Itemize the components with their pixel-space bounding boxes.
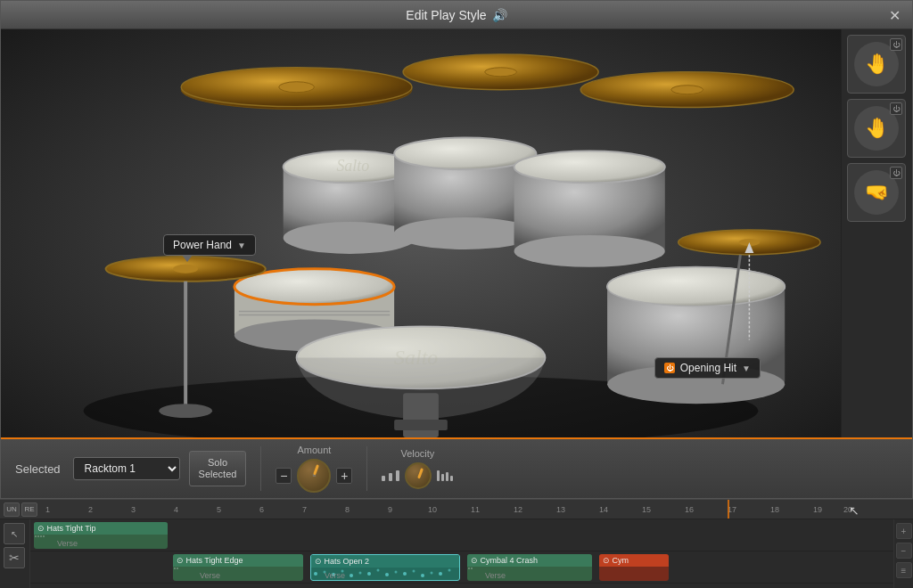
- svg-point-51: [367, 572, 371, 576]
- verse-label-1: Verse: [57, 539, 78, 548]
- undo-button[interactable]: UN: [4, 502, 20, 517]
- opening-hit-label: Opening Hit: [680, 362, 736, 374]
- amount-knob[interactable]: ≡: [297, 459, 331, 493]
- svg-point-3: [279, 82, 315, 93]
- close-button[interactable]: ✕: [885, 6, 903, 24]
- svg-point-59: [439, 572, 442, 576]
- svg-point-55: [403, 572, 407, 576]
- zoom-out-button[interactable]: −: [896, 543, 912, 559]
- instrument-thumb-2[interactable]: ⏻ 🤚: [847, 99, 906, 158]
- verse-label-2: Verse: [200, 571, 220, 580]
- redo-button[interactable]: RE: [21, 502, 37, 517]
- tracks-area: ↖ ✂ ⊙ Hats Tight Tip Verse: [0, 519, 913, 588]
- track-name-hats-tight-edge: ⊙ Hats Tight Edge: [177, 556, 243, 565]
- track-block-hats-tight-edge[interactable]: ⊙ Hats Tight Edge: [173, 554, 303, 581]
- selected-label: Selected: [15, 462, 61, 476]
- track-controls: ↖ ✂: [0, 519, 30, 588]
- velocity-knob-row: [382, 462, 453, 489]
- svg-point-49: [350, 574, 353, 577]
- drum-area: Salto: [1, 29, 841, 437]
- thumb-2-power[interactable]: ⏻: [890, 102, 902, 115]
- svg-text:Salto: Salto: [394, 346, 438, 369]
- track-lane-row2: ⊙ Hats Tight Edge Verse ⊙ Hats Open 2: [30, 551, 893, 584]
- svg-point-56: [413, 570, 415, 573]
- svg-point-30: [159, 404, 212, 418]
- svg-point-52: [377, 569, 380, 572]
- svg-point-20: [514, 151, 665, 183]
- thumb-3-power[interactable]: ⏻: [890, 167, 902, 179]
- draw-tool-button[interactable]: ✂: [4, 547, 25, 568]
- svg-point-50: [359, 572, 362, 575]
- title-bar: Edit Play Style 🔊 ✕: [1, 1, 912, 29]
- side-tools: + − ≡: [893, 519, 913, 588]
- zoom-in-button[interactable]: +: [896, 523, 912, 539]
- amount-label: Amount: [297, 445, 331, 455]
- amount-knob-row: − ≡ +: [276, 459, 352, 493]
- velocity-label: Velocity: [400, 448, 434, 459]
- divider-2: [366, 446, 367, 491]
- timeline-ruler: UN RE 1 2 3 4 5 6 7 8 9 10 11 12 13 14 1…: [0, 500, 913, 519]
- speaker-icon: 🔊: [492, 8, 507, 22]
- right-panel: ⏻ 🤚 ⏻ 🤚 ⏻ 🤜: [841, 29, 912, 437]
- instrument-thumb-3[interactable]: ⏻ 🤜: [847, 163, 906, 222]
- track-name-cymbal-crash: ⊙ Cymbal 4 Crash: [471, 556, 538, 565]
- svg-point-7: [671, 86, 703, 94]
- track-block-cym[interactable]: ⊙ Cym: [599, 554, 669, 581]
- dialog-title: Edit Play Style: [406, 8, 486, 22]
- track-name-cym: ⊙ Cym: [603, 556, 629, 565]
- edit-play-style-dialog: Edit Play Style 🔊 ✕: [0, 0, 913, 499]
- solo-line1: Solo: [208, 457, 227, 468]
- svg-point-28: [173, 265, 198, 274]
- svg-point-60: [448, 569, 451, 572]
- opening-hit-popup[interactable]: ⏻ Opening Hit ▼: [654, 357, 761, 379]
- selected-dropdown[interactable]: Racktom 1 Racktom 2 Snare Hi-Hat Kick: [73, 457, 180, 480]
- velocity-section: Velocity: [382, 448, 453, 489]
- solo-selected-button[interactable]: Solo Selected: [189, 451, 247, 486]
- opening-hit-power[interactable]: ⏻: [664, 363, 675, 373]
- controls-bar: Selected Racktom 1 Racktom 2 Snare Hi-Ha…: [1, 437, 912, 498]
- thumb-1-power[interactable]: ⏻: [890, 38, 902, 51]
- velocity-bars-icon: [382, 470, 399, 481]
- instrument-thumb-1[interactable]: ⏻ 🤚: [847, 35, 906, 94]
- ruler-marks: 1 2 3 4 5 6 7 8 9 10 11 12 13 14 15 16 1…: [41, 500, 913, 519]
- svg-point-53: [385, 573, 389, 576]
- select-tool-button[interactable]: ↖: [4, 523, 25, 544]
- track-lane-hats-tight-tip: ⊙ Hats Tight Tip Verse: [30, 519, 893, 551]
- verse-label-3: Verse: [325, 571, 345, 580]
- track-block-hats-tight-tip[interactable]: ⊙ Hats Tight Tip: [34, 522, 168, 549]
- menu-button[interactable]: ≡: [896, 562, 912, 578]
- svg-point-19: [514, 235, 665, 267]
- svg-point-54: [395, 571, 398, 574]
- svg-point-45: [314, 572, 317, 576]
- svg-point-57: [421, 574, 424, 577]
- ruler-controls: UN RE: [0, 502, 41, 517]
- velocity-knob[interactable]: [405, 462, 432, 489]
- svg-point-37: [607, 267, 785, 306]
- opening-hit-chevron: ▼: [742, 363, 751, 373]
- amount-minus-button[interactable]: −: [276, 468, 292, 484]
- svg-point-5: [485, 68, 517, 77]
- track-name-hats-tight-tip: ⊙ Hats Tight Tip: [37, 524, 96, 533]
- divider-1: [260, 446, 261, 491]
- verse-label-4: Verse: [485, 571, 506, 580]
- svg-point-58: [431, 572, 433, 575]
- svg-rect-41: [394, 420, 448, 430]
- timeline: UN RE 1 2 3 4 5 6 7 8 9 10 11 12 13 14 1…: [0, 499, 913, 588]
- knob-indicator: ≡: [312, 472, 316, 478]
- main-content: Salto: [1, 29, 912, 437]
- svg-text:Salto: Salto: [336, 157, 369, 175]
- amount-plus-button[interactable]: +: [336, 468, 352, 484]
- svg-rect-40: [403, 393, 439, 437]
- amount-section: Amount − ≡ +: [276, 445, 352, 493]
- eq-icon: [437, 470, 453, 481]
- solo-line2: Selected: [199, 469, 237, 479]
- tracks-content: ⊙ Hats Tight Tip Verse ⊙ Hats Tight Edge: [30, 519, 893, 588]
- track-name-hats-open-2: ⊙ Hats Open 2: [315, 557, 369, 566]
